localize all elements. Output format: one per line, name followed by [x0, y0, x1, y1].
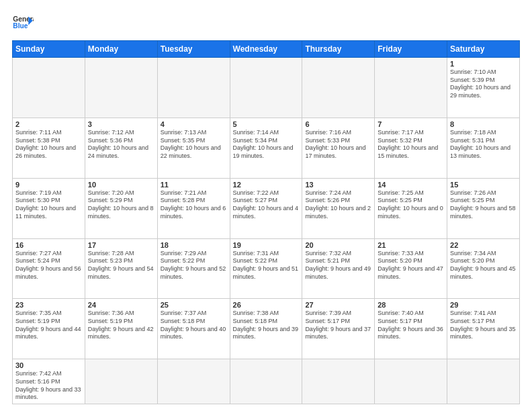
day-info: Sunrise: 7:29 AM Sunset: 5:22 PM Dayligh… — [161, 250, 227, 281]
day-info: Sunrise: 7:42 AM Sunset: 5:16 PM Dayligh… — [15, 370, 82, 402]
week-row-3: 9Sunrise: 7:19 AM Sunset: 5:30 PM Daylig… — [13, 178, 520, 238]
week-row-4: 16Sunrise: 7:27 AM Sunset: 5:24 PM Dayli… — [13, 238, 520, 299]
weekday-header-saturday: Saturday — [447, 41, 520, 58]
calendar-cell: 28Sunrise: 7:40 AM Sunset: 5:17 PM Dayli… — [375, 299, 447, 359]
day-info: Sunrise: 7:34 AM Sunset: 5:20 PM Dayligh… — [450, 250, 517, 281]
logo: General Blue — [12, 12, 34, 34]
day-number: 11 — [161, 181, 227, 189]
calendar-cell: 13Sunrise: 7:24 AM Sunset: 5:26 PM Dayli… — [302, 178, 375, 238]
day-info: Sunrise: 7:26 AM Sunset: 5:25 PM Dayligh… — [450, 189, 517, 221]
week-row-2: 2Sunrise: 7:11 AM Sunset: 5:38 PM Daylig… — [13, 118, 520, 178]
weekday-header-thursday: Thursday — [302, 41, 375, 58]
day-number: 29 — [450, 301, 517, 309]
calendar-cell — [230, 58, 302, 118]
day-info: Sunrise: 7:14 AM Sunset: 5:34 PM Dayligh… — [233, 129, 300, 161]
day-info: Sunrise: 7:32 AM Sunset: 5:21 PM Dayligh… — [305, 250, 371, 281]
day-info: Sunrise: 7:36 AM Sunset: 5:19 PM Dayligh… — [88, 310, 154, 341]
day-info: Sunrise: 7:11 AM Sunset: 5:38 PM Dayligh… — [15, 129, 82, 161]
calendar-cell: 21Sunrise: 7:33 AM Sunset: 5:20 PM Dayli… — [375, 238, 447, 299]
calendar-cell — [447, 359, 520, 404]
weekday-header-monday: Monday — [85, 41, 157, 58]
day-number: 22 — [450, 241, 517, 249]
day-info: Sunrise: 7:13 AM Sunset: 5:35 PM Dayligh… — [161, 129, 227, 161]
day-number: 27 — [305, 301, 371, 309]
day-number: 8 — [450, 120, 517, 128]
calendar-cell: 10Sunrise: 7:20 AM Sunset: 5:29 PM Dayli… — [85, 178, 157, 238]
day-info: Sunrise: 7:35 AM Sunset: 5:19 PM Dayligh… — [15, 310, 82, 341]
weekday-header-wednesday: Wednesday — [230, 41, 302, 58]
calendar-cell: 27Sunrise: 7:39 AM Sunset: 5:17 PM Dayli… — [302, 299, 375, 359]
calendar-cell: 4Sunrise: 7:13 AM Sunset: 5:35 PM Daylig… — [157, 118, 230, 178]
calendar-cell: 7Sunrise: 7:17 AM Sunset: 5:32 PM Daylig… — [375, 118, 447, 178]
day-number: 2 — [15, 120, 82, 128]
calendar-cell: 1Sunrise: 7:10 AM Sunset: 5:39 PM Daylig… — [447, 58, 520, 118]
day-info: Sunrise: 7:20 AM Sunset: 5:29 PM Dayligh… — [88, 189, 154, 221]
day-info: Sunrise: 7:25 AM Sunset: 5:25 PM Dayligh… — [378, 189, 444, 221]
day-number: 23 — [15, 301, 82, 309]
calendar-cell — [375, 359, 447, 404]
calendar-cell: 5Sunrise: 7:14 AM Sunset: 5:34 PM Daylig… — [230, 118, 302, 178]
calendar-cell — [85, 58, 157, 118]
day-info: Sunrise: 7:21 AM Sunset: 5:28 PM Dayligh… — [161, 189, 227, 221]
day-number: 4 — [161, 120, 227, 128]
day-info: Sunrise: 7:10 AM Sunset: 5:39 PM Dayligh… — [450, 68, 517, 100]
svg-text:Blue: Blue — [13, 22, 28, 30]
day-info: Sunrise: 7:33 AM Sunset: 5:20 PM Dayligh… — [378, 250, 444, 281]
day-info: Sunrise: 7:38 AM Sunset: 5:18 PM Dayligh… — [233, 310, 300, 341]
calendar-cell: 8Sunrise: 7:18 AM Sunset: 5:31 PM Daylig… — [447, 118, 520, 178]
day-number: 24 — [88, 301, 154, 309]
day-number: 7 — [378, 120, 444, 128]
calendar-cell: 9Sunrise: 7:19 AM Sunset: 5:30 PM Daylig… — [13, 178, 85, 238]
day-number: 26 — [233, 301, 300, 309]
calendar-table: SundayMondayTuesdayWednesdayThursdayFrid… — [12, 40, 520, 404]
day-number: 13 — [305, 181, 371, 189]
day-info: Sunrise: 7:19 AM Sunset: 5:30 PM Dayligh… — [15, 189, 82, 221]
week-row-6: 30Sunrise: 7:42 AM Sunset: 5:16 PM Dayli… — [13, 359, 520, 404]
day-number: 5 — [233, 120, 300, 128]
day-info: Sunrise: 7:37 AM Sunset: 5:18 PM Dayligh… — [161, 310, 227, 341]
day-number: 10 — [88, 181, 154, 189]
day-number: 3 — [88, 120, 154, 128]
day-info: Sunrise: 7:18 AM Sunset: 5:31 PM Dayligh… — [450, 129, 517, 161]
day-number: 16 — [15, 241, 82, 249]
calendar-cell: 16Sunrise: 7:27 AM Sunset: 5:24 PM Dayli… — [13, 238, 85, 299]
day-number: 20 — [305, 241, 371, 249]
calendar-cell: 22Sunrise: 7:34 AM Sunset: 5:20 PM Dayli… — [447, 238, 520, 299]
calendar-cell: 25Sunrise: 7:37 AM Sunset: 5:18 PM Dayli… — [157, 299, 230, 359]
day-info: Sunrise: 7:28 AM Sunset: 5:23 PM Dayligh… — [88, 250, 154, 281]
day-info: Sunrise: 7:31 AM Sunset: 5:22 PM Dayligh… — [233, 250, 300, 281]
day-info: Sunrise: 7:40 AM Sunset: 5:17 PM Dayligh… — [378, 310, 444, 341]
day-number: 28 — [378, 301, 444, 309]
week-row-5: 23Sunrise: 7:35 AM Sunset: 5:19 PM Dayli… — [13, 299, 520, 359]
day-number: 12 — [233, 181, 300, 189]
calendar-cell — [302, 58, 375, 118]
day-info: Sunrise: 7:24 AM Sunset: 5:26 PM Dayligh… — [305, 189, 371, 221]
weekday-header-sunday: Sunday — [13, 41, 85, 58]
day-number: 21 — [378, 241, 444, 249]
day-info: Sunrise: 7:12 AM Sunset: 5:36 PM Dayligh… — [88, 129, 154, 161]
day-number: 15 — [450, 181, 517, 189]
calendar-cell: 18Sunrise: 7:29 AM Sunset: 5:22 PM Dayli… — [157, 238, 230, 299]
calendar-cell: 11Sunrise: 7:21 AM Sunset: 5:28 PM Dayli… — [157, 178, 230, 238]
calendar-cell: 26Sunrise: 7:38 AM Sunset: 5:18 PM Dayli… — [230, 299, 302, 359]
calendar-cell — [230, 359, 302, 404]
day-number: 9 — [15, 181, 82, 189]
day-info: Sunrise: 7:27 AM Sunset: 5:24 PM Dayligh… — [15, 250, 82, 281]
weekday-header-tuesday: Tuesday — [157, 41, 230, 58]
weekday-header-row: SundayMondayTuesdayWednesdayThursdayFrid… — [13, 41, 520, 58]
calendar-cell: 2Sunrise: 7:11 AM Sunset: 5:38 PM Daylig… — [13, 118, 85, 178]
weekday-header-friday: Friday — [375, 41, 447, 58]
calendar-cell: 30Sunrise: 7:42 AM Sunset: 5:16 PM Dayli… — [13, 359, 85, 404]
calendar-cell: 20Sunrise: 7:32 AM Sunset: 5:21 PM Dayli… — [302, 238, 375, 299]
day-info: Sunrise: 7:16 AM Sunset: 5:33 PM Dayligh… — [305, 129, 371, 161]
calendar-cell: 17Sunrise: 7:28 AM Sunset: 5:23 PM Dayli… — [85, 238, 157, 299]
calendar-cell: 29Sunrise: 7:41 AM Sunset: 5:17 PM Dayli… — [447, 299, 520, 359]
calendar-cell: 12Sunrise: 7:22 AM Sunset: 5:27 PM Dayli… — [230, 178, 302, 238]
day-number: 30 — [15, 361, 82, 369]
day-info: Sunrise: 7:22 AM Sunset: 5:27 PM Dayligh… — [233, 189, 300, 221]
calendar-cell — [302, 359, 375, 404]
calendar-cell — [375, 58, 447, 118]
day-number: 19 — [233, 241, 300, 249]
day-number: 18 — [161, 241, 227, 249]
page-header: General Blue — [12, 12, 520, 34]
